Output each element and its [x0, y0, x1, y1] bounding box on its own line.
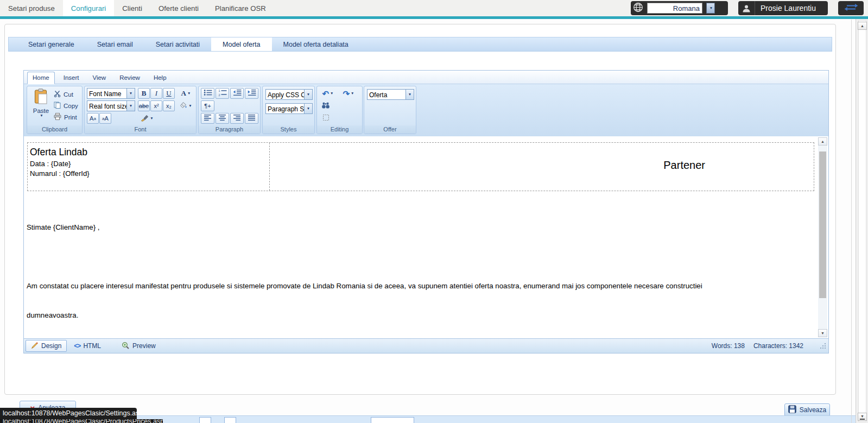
indent-icon	[248, 89, 256, 98]
redo-button[interactable]: ↷▼	[340, 88, 357, 99]
tab-model-oferta-detaliata[interactable]: Model oferta detaliata	[272, 37, 360, 51]
undo-button[interactable]: ↶▼	[319, 88, 337, 99]
font-size-combo[interactable]: Real font size ▼	[87, 100, 135, 111]
page-scrollbar[interactable]: ▲ ▼	[856, 19, 868, 423]
accent-bar	[0, 16, 868, 19]
chevron-down-icon[interactable]: ▼	[406, 90, 414, 99]
scroll-down-button[interactable]: ▼	[818, 329, 827, 337]
tab-setari-generale[interactable]: Setari generale	[17, 37, 86, 51]
font-color-icon: A	[181, 89, 186, 98]
scroll-up-button[interactable]: ▲	[818, 137, 827, 146]
nav-tab-oferte-clienti[interactable]: Oferte clienti	[150, 0, 207, 16]
align-center-button[interactable]	[216, 113, 229, 124]
formatting-marks-button[interactable]: ¶+	[201, 100, 214, 111]
language-widget: ▼	[631, 1, 728, 15]
underline-button[interactable]: U	[163, 88, 175, 99]
bullet-list-button[interactable]	[201, 88, 214, 99]
tab-model-oferta[interactable]: Model oferta	[211, 37, 271, 51]
align-right-button[interactable]	[230, 113, 244, 124]
paste-dropdown-arrow-icon: ▼	[40, 114, 43, 118]
css-class-combo[interactable]: Apply CSS Cl... ▼	[265, 89, 313, 100]
highlight-color-button[interactable]: ▼	[178, 100, 194, 111]
intro-line-1: Am constatat cu placere interesul manife…	[27, 281, 811, 291]
group-label-paragraph: Paragraph	[199, 125, 260, 134]
paint-bucket-icon	[180, 102, 187, 110]
ribbon-tab-strip: Home Insert View Review Help	[24, 71, 828, 84]
justify-icon	[248, 114, 256, 123]
italic-button[interactable]: I	[150, 88, 162, 99]
chevron-down-icon[interactable]: ▼	[304, 104, 312, 113]
ribbon-group-offer: Oferta ▼ Offer	[364, 86, 416, 134]
top-navigation-bar: Setari produse Configurari Clienti Ofert…	[0, 0, 868, 16]
superscript-button[interactable]: x²	[150, 100, 162, 111]
undo-icon: ↶	[322, 90, 329, 98]
magnifier-icon	[122, 342, 130, 351]
page-scroll-up-button[interactable]: ▲	[858, 22, 867, 30]
clipped-cell	[371, 417, 414, 423]
resize-grip-icon[interactable]	[820, 342, 826, 351]
floppy-disk-icon	[788, 405, 796, 415]
ribbon-tab-insert[interactable]: Insert	[59, 72, 84, 84]
group-label-styles: Styles	[263, 125, 314, 134]
tab-setari-email[interactable]: Setari email	[86, 37, 144, 51]
font-name-combo[interactable]: Font Name ▼	[87, 88, 135, 99]
document-title: Oferta Lindab	[30, 147, 269, 158]
nav-tab-planificare-osr[interactable]: Planificare OSR	[207, 0, 274, 16]
ribbon-group-styles: Apply CSS Cl... ▼ Paragraph St... ▼ Styl…	[262, 86, 315, 134]
save-button[interactable]: Salveaza	[784, 403, 830, 416]
copy-button[interactable]: Copy	[54, 100, 78, 111]
align-left-button[interactable]	[201, 113, 214, 124]
align-left-icon	[204, 114, 212, 123]
subscript-button[interactable]: x₂	[163, 100, 175, 111]
preview-mode-button[interactable]: Preview	[117, 340, 161, 352]
editor-content-area[interactable]: Oferta Lindab Data : {Date} Numarul : {O…	[24, 136, 828, 338]
redo-icon: ↷	[343, 90, 350, 98]
user-widget[interactable]: Prosie Laurentiu	[738, 1, 828, 15]
ribbon-group-font: Font Name ▼ B I U A▼ Real font size ▼ ab…	[84, 86, 197, 134]
ribbon-tab-review[interactable]: Review	[115, 72, 145, 84]
status-bar-url-secondary: localhost:10878/WebPagesClasic/ProductsP…	[0, 419, 163, 423]
outdent-button[interactable]	[230, 88, 244, 99]
language-dropdown-button[interactable]: ▼	[706, 3, 715, 14]
ribbon-tab-home[interactable]: Home	[27, 72, 55, 84]
scrollbar-thumb[interactable]	[819, 151, 826, 298]
align-center-icon	[218, 114, 226, 123]
editor-scrollbar[interactable]: ▲ ▼	[818, 137, 827, 337]
justify-button[interactable]	[245, 113, 258, 124]
session-button[interactable]	[838, 1, 864, 15]
design-mode-button[interactable]: Design	[26, 340, 67, 352]
to-lowercase-button[interactable]: aA	[99, 113, 111, 124]
cut-button[interactable]: Cut	[54, 89, 78, 100]
find-button[interactable]	[319, 100, 332, 111]
offer-template-combo[interactable]: Oferta ▼	[367, 89, 414, 100]
chevron-down-icon[interactable]: ▼	[304, 90, 312, 99]
scrollbar-track[interactable]	[858, 20, 866, 422]
format-painter-button[interactable]: ▼	[138, 113, 156, 124]
paragraph-style-combo[interactable]: Paragraph St... ▼	[265, 103, 313, 114]
tab-setari-activitati[interactable]: Setari activitati	[144, 37, 211, 51]
print-button[interactable]: Print	[54, 111, 78, 123]
nav-tab-configurari[interactable]: Configurari	[63, 0, 115, 16]
numbered-list-button[interactable]: 12	[216, 88, 229, 99]
chevron-down-icon[interactable]: ▼	[126, 101, 135, 111]
bullet-list-icon	[204, 89, 212, 98]
to-uppercase-button[interactable]: Aa	[87, 113, 99, 124]
chevron-down-icon[interactable]: ▼	[126, 89, 135, 98]
select-all-button[interactable]	[319, 113, 332, 124]
pencil-icon	[31, 342, 39, 351]
language-select[interactable]	[647, 3, 702, 14]
indent-button[interactable]	[245, 88, 258, 99]
nav-tab-clienti[interactable]: Clienti	[114, 0, 150, 16]
nav-tab-setari-produse[interactable]: Setari produse	[0, 0, 63, 16]
word-count: Words: 138	[712, 342, 745, 350]
ribbon-tab-view[interactable]: View	[87, 72, 111, 84]
font-color-button[interactable]: A▼	[178, 88, 194, 99]
ribbon: Paste ▼ Cut Copy	[24, 84, 828, 136]
paste-button[interactable]: Paste ▼	[31, 89, 51, 124]
page-scroll-down-button[interactable]: ▼	[858, 413, 867, 421]
ribbon-tab-help[interactable]: Help	[149, 72, 172, 84]
html-mode-button[interactable]: <> HTML	[69, 340, 106, 352]
document-date-line: Data : {Date}	[30, 159, 269, 169]
strikethrough-button[interactable]: abe	[138, 100, 150, 111]
bold-button[interactable]: B	[138, 88, 150, 99]
